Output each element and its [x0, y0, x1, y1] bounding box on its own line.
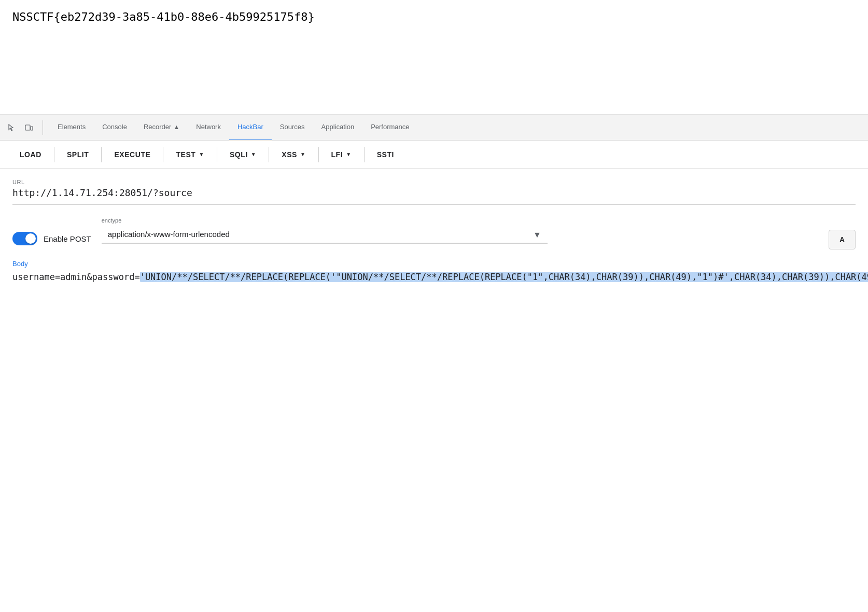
tab-console[interactable]: Console: [94, 115, 135, 141]
svg-rect-1: [31, 127, 33, 130]
toolbar-separator-5: [269, 147, 269, 162]
enctype-wrapper: application/x-www-form-urlencoded ▼: [102, 226, 548, 244]
cursor-icon[interactable]: [4, 120, 19, 135]
svg-rect-0: [25, 125, 30, 130]
add-button[interactable]: A: [829, 230, 856, 249]
toolbar-separator-1: [54, 147, 54, 162]
body-prefix: username=admin&password=: [12, 272, 140, 282]
lfi-button[interactable]: LFI ▼: [322, 146, 361, 163]
test-dropdown-arrow: ▼: [199, 151, 204, 157]
xss-dropdown-arrow: ▼: [300, 151, 305, 157]
devtools-panel: Elements Console Recorder ▲ Network Hack…: [0, 114, 868, 295]
toolbar-separator-2: [101, 147, 102, 162]
test-button[interactable]: TEST ▼: [166, 146, 214, 163]
sqli-button[interactable]: SQLI ▼: [220, 146, 265, 163]
enable-post-toggle[interactable]: [12, 232, 37, 245]
enable-post-label: Enable POST: [44, 234, 91, 243]
enctype-select[interactable]: application/x-www-form-urlencoded: [102, 226, 548, 244]
split-button[interactable]: SPLIT: [58, 146, 98, 163]
devtools-tabbar: Elements Console Recorder ▲ Network Hack…: [0, 115, 868, 141]
tab-hackbar[interactable]: HackBar: [229, 115, 272, 141]
post-left: Enable POST: [12, 217, 91, 245]
enctype-label: enctype: [102, 217, 818, 224]
url-label: URL: [12, 179, 856, 185]
body-label: Body: [12, 260, 856, 268]
post-center: enctype application/x-www-form-urlencode…: [102, 217, 818, 244]
body-highlight: 'UNION/**/SELECT/**/REPLACE(REPLACE('"UN…: [140, 272, 868, 282]
tab-elements[interactable]: Elements: [49, 115, 94, 141]
execute-button[interactable]: EXECUTE: [105, 146, 160, 163]
url-value[interactable]: http://1.14.71.254:28051/?source: [12, 187, 856, 205]
xss-button[interactable]: XSS ▼: [272, 146, 315, 163]
flag-text: NSSCTF{eb272d39-3a85-41b0-88e6-4b5992517…: [12, 10, 856, 23]
post-row: Enable POST enctype application/x-www-fo…: [12, 217, 856, 249]
body-text[interactable]: username=admin&password='UNION/**/SELECT…: [12, 271, 856, 284]
tab-recorder[interactable]: Recorder ▲: [135, 115, 188, 141]
devtools-icon-group: [4, 120, 43, 135]
tab-performance[interactable]: Performance: [362, 115, 417, 141]
page-content: NSSCTF{eb272d39-3a85-41b0-88e6-4b5992517…: [0, 0, 868, 114]
body-field: Body username=admin&password='UNION/**/S…: [12, 260, 856, 284]
tab-sources[interactable]: Sources: [272, 115, 313, 141]
hackbar-body: URL http://1.14.71.254:28051/?source Ena…: [0, 169, 868, 295]
toolbar-separator-7: [364, 147, 365, 162]
toolbar-separator-3: [163, 147, 163, 162]
tab-network[interactable]: Network: [188, 115, 229, 141]
load-button[interactable]: LOAD: [10, 146, 51, 163]
device-icon[interactable]: [22, 120, 36, 135]
lfi-dropdown-arrow: ▼: [346, 151, 351, 157]
toolbar-separator-6: [318, 147, 319, 162]
tab-application[interactable]: Application: [313, 115, 363, 141]
hackbar-toolbar: LOAD SPLIT EXECUTE TEST ▼ SQLI ▼ XSS ▼ L…: [0, 141, 868, 169]
sqli-dropdown-arrow: ▼: [251, 151, 256, 157]
ssti-button[interactable]: SSTI: [368, 146, 403, 163]
toolbar-separator-4: [217, 147, 217, 162]
post-right: A: [829, 217, 856, 249]
